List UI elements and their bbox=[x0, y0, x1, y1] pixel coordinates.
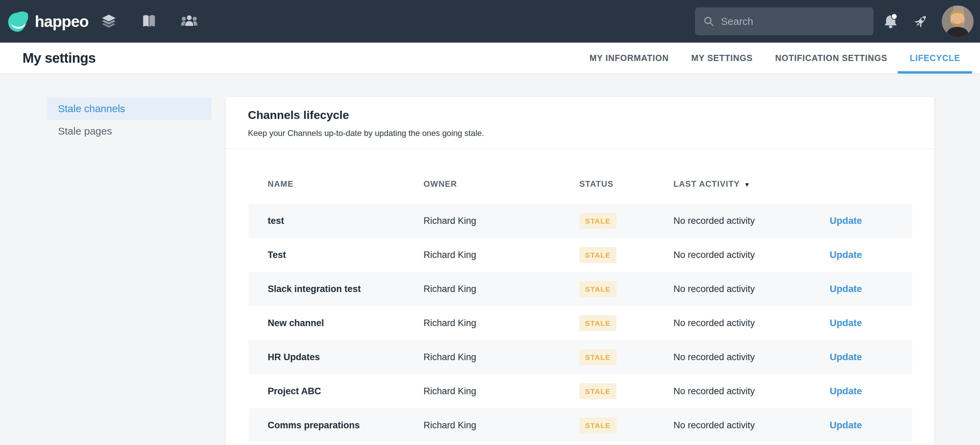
card-header: Channels lifecycle Keep your Channels up… bbox=[225, 97, 934, 149]
table-row: Test Richard King STALE No recorded acti… bbox=[248, 238, 912, 272]
card-title: Channels lifecycle bbox=[248, 108, 912, 122]
channel-name: New channel bbox=[248, 318, 423, 328]
tab-my-settings[interactable]: MY SETTINGS bbox=[690, 43, 753, 74]
channel-name: Project ABC bbox=[248, 386, 423, 397]
column-header-name[interactable]: NAME bbox=[248, 179, 423, 189]
status-badge: STALE bbox=[579, 417, 617, 434]
column-header-owner[interactable]: OWNER bbox=[423, 179, 579, 189]
tab-my-information[interactable]: MY INFORMATION bbox=[589, 43, 670, 74]
status-badge: STALE bbox=[579, 349, 617, 365]
user-avatar[interactable] bbox=[942, 5, 974, 37]
table-row: Project ABC Richard King STALE No record… bbox=[248, 374, 912, 408]
channel-name: Slack integration test bbox=[248, 284, 423, 295]
status-badge: STALE bbox=[579, 213, 617, 229]
table-row: Comms preparations Richard King STALE No… bbox=[248, 408, 912, 442]
last-activity: No recorded activity bbox=[673, 216, 830, 226]
status-badge: STALE bbox=[579, 247, 617, 263]
channel-name: test bbox=[248, 216, 423, 226]
page-header: My settings MY INFORMATION MY SETTINGS N… bbox=[0, 43, 980, 74]
channel-name: HR Updates bbox=[248, 352, 423, 363]
search-bar[interactable] bbox=[695, 8, 873, 35]
top-navbar: happeo bbox=[0, 0, 980, 43]
stale-channels-table: NAME OWNER STATUS LAST ACTIVITY▼ test Ri… bbox=[248, 149, 912, 442]
channel-owner: Richard King bbox=[423, 284, 579, 295]
status-badge: STALE bbox=[579, 281, 617, 297]
happeo-logo[interactable]: happeo bbox=[8, 0, 89, 43]
launcher-rocket-icon[interactable] bbox=[912, 13, 929, 30]
last-activity: No recorded activity bbox=[673, 318, 830, 328]
tab-lifecycle[interactable]: LIFECYCLE bbox=[909, 43, 961, 74]
update-link[interactable]: Update bbox=[830, 215, 862, 226]
channel-name: Comms preparations bbox=[248, 420, 423, 431]
channel-owner: Richard King bbox=[423, 216, 579, 226]
last-activity: No recorded activity bbox=[673, 250, 830, 260]
table-row: test Richard King STALE No recorded acti… bbox=[248, 204, 912, 238]
column-header-last-activity[interactable]: LAST ACTIVITY▼ bbox=[673, 179, 830, 189]
update-link[interactable]: Update bbox=[830, 318, 862, 328]
last-activity: No recorded activity bbox=[673, 352, 830, 363]
table-row: Slack integration test Richard King STAL… bbox=[248, 272, 912, 306]
sidebar-item-stale-pages[interactable]: Stale pages bbox=[48, 120, 212, 143]
lifecycle-sidebar: Stale channels Stale pages bbox=[48, 97, 212, 143]
pages-icon[interactable] bbox=[140, 13, 158, 30]
channels-icon[interactable] bbox=[100, 13, 118, 30]
card-subtitle: Keep your Channels up-to-date by updatin… bbox=[248, 128, 912, 138]
last-activity: No recorded activity bbox=[673, 420, 830, 431]
last-activity: No recorded activity bbox=[673, 284, 830, 295]
column-header-status[interactable]: STATUS bbox=[579, 179, 673, 189]
people-icon[interactable] bbox=[180, 13, 198, 30]
update-link[interactable]: Update bbox=[830, 386, 862, 396]
sort-desc-icon: ▼ bbox=[744, 181, 751, 188]
sidebar-item-stale-channels[interactable]: Stale channels bbox=[48, 97, 212, 120]
search-input[interactable] bbox=[721, 16, 865, 27]
channel-owner: Richard King bbox=[423, 352, 579, 363]
page-title: My settings bbox=[22, 43, 96, 74]
channel-name: Test bbox=[248, 250, 423, 260]
settings-tabs: MY INFORMATION MY SETTINGS NOTIFICATION … bbox=[589, 43, 961, 74]
update-link[interactable]: Update bbox=[830, 249, 862, 260]
channel-owner: Richard King bbox=[423, 318, 579, 328]
channel-owner: Richard King bbox=[423, 420, 579, 431]
update-link[interactable]: Update bbox=[830, 283, 862, 294]
update-link[interactable]: Update bbox=[830, 352, 862, 362]
status-badge: STALE bbox=[579, 383, 617, 399]
happeo-logo-icon bbox=[8, 11, 29, 32]
table-row: HR Updates Richard King STALE No recorde… bbox=[248, 340, 912, 374]
channel-owner: Richard King bbox=[423, 250, 579, 260]
table-row: New channel Richard King STALE No record… bbox=[248, 306, 912, 340]
last-activity: No recorded activity bbox=[673, 386, 830, 397]
channel-owner: Richard King bbox=[423, 386, 579, 397]
notifications-bell-icon[interactable] bbox=[882, 13, 899, 30]
table-header-row: NAME OWNER STATUS LAST ACTIVITY▼ bbox=[248, 149, 912, 204]
search-icon bbox=[703, 16, 715, 27]
tab-notification-settings[interactable]: NOTIFICATION SETTINGS bbox=[775, 43, 888, 74]
update-link[interactable]: Update bbox=[830, 420, 862, 430]
column-header-label: LAST ACTIVITY bbox=[673, 179, 740, 188]
brand-name: happeo bbox=[35, 12, 89, 31]
status-badge: STALE bbox=[579, 315, 617, 331]
channels-lifecycle-card: Channels lifecycle Keep your Channels up… bbox=[225, 97, 935, 445]
